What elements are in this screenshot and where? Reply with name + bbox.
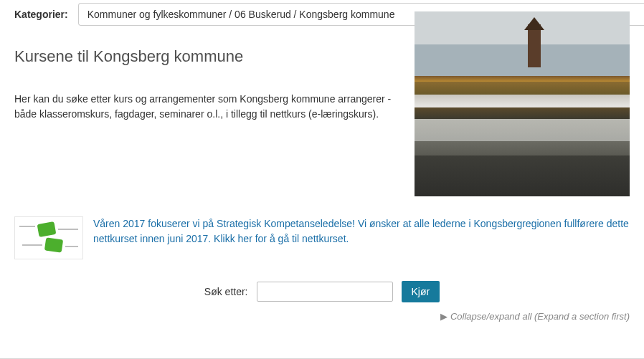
highlight-link[interactable]: Våren 2017 fokuserer vi på Strategisk Ko…: [93, 216, 630, 246]
search-button[interactable]: Kjør: [402, 281, 440, 302]
search-label: Søk etter:: [204, 286, 248, 297]
page-description: Her kan du søke etter kurs og arrangemen…: [14, 92, 400, 122]
page-title: Kursene til Kongsberg kommune: [14, 47, 400, 66]
category-select-value: Kommuner og fylkeskommuner / 06 Buskerud…: [87, 9, 395, 20]
highlight-thumbnail: [14, 216, 83, 259]
category-label: Kategorier:: [14, 9, 68, 20]
triangle-right-icon: ▶: [440, 311, 448, 322]
search-input[interactable]: [257, 282, 393, 302]
collapse-expand-toggle[interactable]: ▶Collapse/expand all (Expand a section f…: [0, 302, 644, 327]
hero-image: [415, 11, 630, 196]
collapse-expand-label: Collapse/expand all (Expand a section fi…: [450, 311, 630, 322]
